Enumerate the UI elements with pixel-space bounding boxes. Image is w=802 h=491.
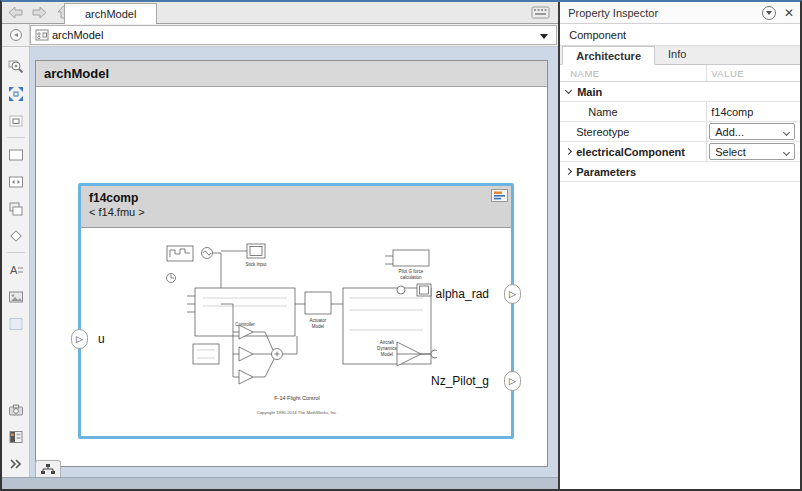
zoom-tool-button[interactable] <box>5 56 27 77</box>
property-label-name: Name <box>588 106 617 118</box>
close-panel-button[interactable]: ✕ <box>784 7 794 19</box>
stereotype-dropdown[interactable]: Add... <box>709 123 795 140</box>
hide-hierarchy-button[interactable] <box>35 460 61 477</box>
collapse-chevron-icon[interactable] <box>565 87 572 94</box>
group-row-electrical-component[interactable]: electricalComponent Select <box>560 142 800 162</box>
breadcrumb[interactable]: archModel <box>30 25 557 45</box>
viewmark-tool-button[interactable] <box>5 171 27 192</box>
canvas-body[interactable]: f14comp < f14.fmu > <box>36 87 547 466</box>
column-divider[interactable] <box>706 65 707 81</box>
svg-text:A: A <box>10 264 18 276</box>
component-header[interactable]: f14comp < f14.fmu > <box>81 186 511 228</box>
document-tab-bar: archModel <box>2 2 558 24</box>
property-row-name[interactable]: Name f14comp <box>560 102 800 122</box>
group-label-main: Main <box>577 86 602 98</box>
back-arrow-icon <box>8 6 23 19</box>
diagram-label-controller: Controller <box>235 322 255 327</box>
column-divider[interactable] <box>706 122 707 141</box>
region-icon <box>8 113 24 129</box>
inspector-tabs: Architecture Info <box>560 46 800 65</box>
image-tool-button[interactable] <box>5 286 27 307</box>
f14-model-thumbnail: Stick Input Controller <box>147 238 437 428</box>
column-header-value: VALUE <box>711 68 744 79</box>
property-value-name[interactable]: f14comp <box>711 106 753 118</box>
dropdown-chevron-icon <box>783 129 790 136</box>
palette-divider <box>7 137 25 138</box>
copy-view-tool-button[interactable] <box>5 198 27 219</box>
diagram-label-pilotg-2: calculation <box>400 275 422 280</box>
image-icon <box>8 289 24 305</box>
simulink-window: archModel <box>0 0 802 491</box>
annotation-tool-button[interactable]: A <box>5 259 27 280</box>
hide-explorer-button[interactable] <box>2 24 30 46</box>
palette-divider <box>7 252 25 253</box>
column-divider[interactable] <box>706 102 707 121</box>
address-bar: archModel <box>2 24 558 47</box>
diagram-label-aircraft-2: Dynamics <box>377 346 398 351</box>
area-icon <box>8 316 24 332</box>
annotation-icon: A <box>8 262 24 278</box>
keyboard-shortcuts-icon[interactable] <box>531 6 550 19</box>
screenshot-tool-button[interactable] <box>5 399 27 420</box>
diagram-title: F-14 Flight Control <box>274 395 320 401</box>
stereotype-dropdown-value: Add... <box>715 126 744 138</box>
area-tool-button[interactable] <box>5 313 27 334</box>
input-port-label: u <box>98 332 105 346</box>
badge-tool-button[interactable] <box>5 225 27 246</box>
electrical-dropdown-value: Select <box>715 146 746 158</box>
column-header-name: NAME <box>570 68 599 79</box>
model-canvas[interactable]: archModel f14comp < f14.fmu > <box>35 60 548 467</box>
double-chevron-right-icon <box>9 458 23 470</box>
output-port-nz-pilot-g[interactable]: ▷ <box>504 371 521 391</box>
group-label-parameters: Parameters <box>576 166 636 178</box>
input-port-u[interactable]: ▷ <box>71 329 88 349</box>
rectangle-icon <box>8 147 24 163</box>
output-port-label-alpha-rad: alpha_rad <box>436 287 489 301</box>
expand-chevron-icon[interactable] <box>565 148 572 155</box>
output-port-label-nz-pilot-g: Nz_Pilot_g <box>431 374 489 388</box>
grid-header-row: NAME VALUE <box>560 65 800 82</box>
tab-label: archModel <box>85 8 136 20</box>
group-label-electrical: electricalComponent <box>576 146 685 158</box>
component-name: f14comp <box>89 191 503 205</box>
diagram-copyright: Copyright 1990-2014 The MathWorks, Inc. <box>257 410 338 415</box>
zoom-region-button[interactable] <box>5 110 27 131</box>
expand-palette-button[interactable] <box>5 453 27 474</box>
diagram-label-actuator-1: Actuator <box>310 318 327 323</box>
breadcrumb-dropdown-caret[interactable] <box>540 34 548 39</box>
circle-arrow-icon <box>9 28 23 42</box>
column-divider[interactable] <box>706 142 707 161</box>
forward-button[interactable] <box>30 4 48 20</box>
tab-architecture[interactable]: Architecture <box>562 46 655 65</box>
group-row-parameters[interactable]: Parameters <box>560 162 800 182</box>
hierarchy-tree-icon <box>40 463 56 475</box>
legend-tool-button[interactable] <box>5 426 27 447</box>
expand-chevron-icon[interactable] <box>565 168 572 175</box>
canvas-title: archModel <box>36 61 547 87</box>
component-f14comp[interactable]: f14comp < f14.fmu > <box>78 183 514 439</box>
diamond-icon <box>8 228 24 244</box>
property-inspector-titlebar: Property Inspector ✕ <box>560 2 800 24</box>
fit-to-view-button[interactable] <box>5 83 27 104</box>
property-label-stereotype: Stereotype <box>576 126 629 138</box>
property-grid: NAME VALUE Main Name f14comp Stereotype … <box>560 65 800 489</box>
camera-icon <box>8 402 24 418</box>
diagram-label-aircraft-1: Aircraft <box>380 340 395 345</box>
status-strip <box>2 477 558 489</box>
tab-archmodel[interactable]: archModel <box>64 3 157 24</box>
subsystem-tool-button[interactable] <box>5 144 27 165</box>
fit-to-view-icon <box>8 86 24 102</box>
tab-info[interactable]: Info <box>655 45 699 64</box>
inspected-object-type: Component <box>560 24 800 46</box>
group-row-main[interactable]: Main <box>560 82 800 102</box>
property-inspector-panel: Property Inspector ✕ Component Architect… <box>558 2 800 489</box>
output-port-alpha-rad[interactable]: ▷ <box>504 284 521 304</box>
breadcrumb-item: archModel <box>52 29 103 41</box>
panel-menu-button[interactable] <box>762 6 776 20</box>
back-button[interactable] <box>6 4 24 20</box>
electrical-component-dropdown[interactable]: Select <box>709 143 795 160</box>
legend-icon <box>8 429 24 445</box>
diagram-label-actuator-2: Model <box>312 324 324 329</box>
property-inspector-title: Property Inspector <box>568 7 762 19</box>
property-row-stereotype[interactable]: Stereotype Add... <box>560 122 800 142</box>
